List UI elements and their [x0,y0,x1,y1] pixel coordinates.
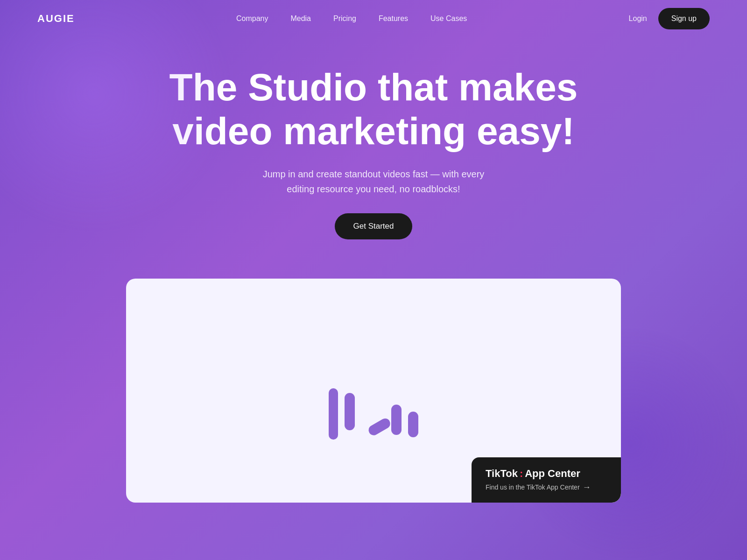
tiktok-banner-body: Find us in the TikTok App Center → [486,483,607,492]
tiktok-title-text: TikTok [486,468,518,480]
loading-animation [329,379,418,430]
tiktok-banner-title: TikTok: App Center [486,468,607,480]
shape-3 [367,416,392,437]
shape-4 [391,405,402,435]
shape-1 [329,388,338,440]
logo[interactable]: AUGiE [37,13,75,25]
nav-features[interactable]: Features [379,14,408,22]
hero-section: The Studio that makes video marketing ea… [0,37,747,279]
video-card-wrapper: TikTok: App Center Find us in the TikTok… [0,279,747,503]
login-link[interactable]: Login [629,14,647,23]
navbar: AUGiE Company Media Pricing Features Use… [0,0,747,37]
nav-pricing[interactable]: Pricing [333,14,356,22]
tiktok-arrow-icon: → [583,483,591,492]
nav-media[interactable]: Media [290,14,311,22]
tiktok-app-center-label: App Center [525,468,580,480]
hero-subtext: Jump in and create standout videos fast … [252,167,495,196]
nav-company[interactable]: Company [236,14,268,22]
tiktok-colon: : [520,468,523,480]
nav-use-cases[interactable]: Use Cases [430,14,467,22]
tiktok-body-text: Find us in the TikTok App Center [486,483,580,491]
brand-name: AUGiE [37,13,75,24]
shape-2 [345,393,355,430]
hero-headline: The Studio that makes video marketing ea… [163,65,584,154]
video-card: TikTok: App Center Find us in the TikTok… [126,279,621,503]
hero-headline-line1: The Studio that makes [169,66,578,108]
get-started-button[interactable]: Get Started [335,213,413,239]
signup-button[interactable]: Sign up [658,8,710,29]
shape-5 [408,412,418,437]
nav-links: Company Media Pricing Features Use Cases [236,14,467,23]
nav-auth: Login Sign up [629,8,710,29]
hero-headline-line2: video marketing easy! [172,110,574,152]
tiktok-banner[interactable]: TikTok: App Center Find us in the TikTok… [472,457,621,503]
